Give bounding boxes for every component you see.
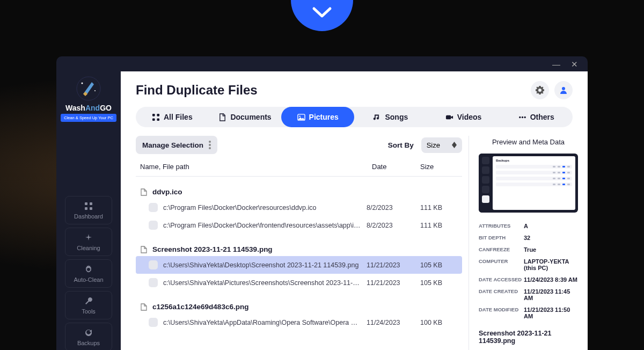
picture-icon <box>297 113 305 121</box>
group-header[interactable]: c1256a1c124e69d483c6.png <box>136 300 462 313</box>
meta-panel: Preview and Meta Data Backups ATTRIBUTES… <box>469 136 588 350</box>
svg-rect-9 <box>157 113 159 116</box>
document-icon <box>218 113 226 121</box>
logo-icon <box>76 76 101 101</box>
titlebar: — ✕ <box>56 56 588 71</box>
preview-thumbnail: Backups <box>479 154 578 213</box>
sparkle-icon <box>84 234 93 242</box>
sidebar: WashAndGO Clean & Speed Up Your PC Dashb… <box>56 71 121 350</box>
gear-icon <box>84 265 93 274</box>
tab-documents[interactable]: Documents <box>209 107 282 127</box>
meta-row: BIT DEPTH32 <box>479 232 578 244</box>
dots-icon <box>518 113 526 121</box>
nav-auto-clean[interactable]: Auto-Clean <box>65 259 112 288</box>
row-checkbox[interactable] <box>149 260 158 269</box>
tab-others[interactable]: Others <box>500 107 573 127</box>
meta-row: DATE CREATED11/21/2023 11:45 AM <box>479 286 578 304</box>
list-header: Name, File path Date Size <box>136 159 462 177</box>
svg-point-15 <box>519 116 521 118</box>
row-size: 111 KB <box>420 204 458 212</box>
row-checkbox[interactable] <box>149 221 158 230</box>
nav-dashboard[interactable]: Dashboard <box>65 196 112 224</box>
svg-point-13 <box>299 115 300 116</box>
minimize-button[interactable]: — <box>552 60 560 68</box>
meta-filename: Screenshot 2023-11-21 114539.png <box>479 330 578 345</box>
sort-arrows-icon <box>452 142 457 148</box>
svg-rect-5 <box>85 207 87 210</box>
row-date: 11/21/2023 <box>367 279 415 287</box>
tab-pictures[interactable]: Pictures <box>281 107 354 127</box>
page-title: Find Duplicate Files <box>136 83 258 98</box>
app-window: — ✕ WashAndGO Clean & Speed Up Your PC D… <box>56 56 588 350</box>
content: Find Duplicate Files All Files Documents… <box>121 71 588 350</box>
row-size: 111 KB <box>420 222 458 229</box>
group-header[interactable]: Screenshot 2023-11-21 114539.png <box>136 243 462 256</box>
group-header[interactable]: ddvp.ico <box>136 185 462 199</box>
meta-row: COMPUTERLAPTOP-YEKTA (this PC) <box>479 256 578 274</box>
meta-row: CANFREEZETrue <box>479 244 578 256</box>
music-icon <box>373 113 381 121</box>
svg-rect-14 <box>446 115 451 119</box>
file-icon <box>140 188 148 196</box>
row-date: 8/2/2023 <box>367 222 415 229</box>
manage-selection-button[interactable]: Manage Selection <box>136 136 217 154</box>
row-checkbox[interactable] <box>149 278 158 287</box>
svg-point-17 <box>524 116 525 118</box>
app-logo: WashAndGO Clean & Speed Up Your PC <box>61 76 116 122</box>
tab-songs[interactable]: Songs <box>354 107 427 127</box>
svg-rect-11 <box>157 118 159 121</box>
user-icon <box>559 86 568 94</box>
tab-all-files[interactable]: All Files <box>136 107 209 127</box>
row-path: c:\Program Files\Docker\Docker\resources… <box>163 204 361 212</box>
settings-button[interactable] <box>531 81 549 99</box>
filter-tabs: All Files Documents Pictures Songs Video… <box>136 107 573 127</box>
row-date: 11/24/2023 <box>367 319 415 326</box>
row-path: c:\Program Files\Docker\Docker\frontend\… <box>163 222 361 229</box>
nav-tools[interactable]: Tools <box>65 291 112 319</box>
svg-rect-3 <box>85 202 87 205</box>
tab-videos[interactable]: Videos <box>427 107 500 127</box>
meta-row: ATTRIBUTESA <box>479 220 578 232</box>
svg-rect-8 <box>152 113 155 116</box>
row-path: c:\Users\ShivaYekta\Pictures\Screenshots… <box>163 279 361 287</box>
file-icon <box>140 303 148 311</box>
row-size: 105 KB <box>420 279 458 287</box>
row-size: 105 KB <box>420 261 458 269</box>
nav: Dashboard Cleaning Auto-Clean Tools Back… <box>65 196 112 350</box>
dashboard-icon <box>84 202 93 210</box>
file-row[interactable]: c:\Program Files\Docker\Docker\frontend\… <box>136 216 462 234</box>
refresh-icon <box>84 329 93 337</box>
more-icon <box>209 141 211 149</box>
svg-point-2 <box>94 90 96 91</box>
close-button[interactable]: ✕ <box>571 60 578 68</box>
row-path: c:\Users\ShivaYekta\AppData\Roaming\Oper… <box>163 319 361 326</box>
brand-wash: Wash <box>65 104 85 112</box>
file-row[interactable]: c:\Program Files\Docker\Docker\resources… <box>136 199 462 216</box>
file-list: Manage Selection Sort By Size Name, File… <box>136 136 469 350</box>
row-size: 100 KB <box>420 319 458 326</box>
brand-and: And <box>85 104 100 112</box>
svg-rect-10 <box>152 118 155 121</box>
list-body[interactable]: ddvp.icoc:\Program Files\Docker\Docker\r… <box>136 177 462 350</box>
sort-select[interactable]: Size <box>421 137 462 153</box>
row-checkbox[interactable] <box>149 203 158 212</box>
gear-icon <box>536 86 544 94</box>
file-row[interactable]: c:\Users\ShivaYekta\AppData\Roaming\Oper… <box>136 313 462 331</box>
row-path: c:\Users\ShivaYekta\Desktop\Screenshot 2… <box>163 261 361 269</box>
brand-go: GO <box>100 104 112 112</box>
row-checkbox[interactable] <box>149 318 158 327</box>
meta-title: Preview and Meta Data <box>479 136 578 154</box>
file-icon <box>140 246 148 253</box>
user-button[interactable] <box>554 81 573 99</box>
brand-tagline: Clean & Speed Up Your PC <box>61 114 116 122</box>
svg-point-16 <box>521 116 523 118</box>
grid-icon <box>152 113 160 121</box>
file-row[interactable]: c:\Users\ShivaYekta\Pictures\Screenshots… <box>136 274 462 291</box>
nav-cleaning[interactable]: Cleaning <box>65 228 112 256</box>
nav-backups[interactable]: Backups <box>65 323 112 350</box>
file-row[interactable]: c:\Users\ShivaYekta\Desktop\Screenshot 2… <box>136 256 462 274</box>
video-icon <box>445 113 453 121</box>
row-date: 8/2/2023 <box>367 204 415 212</box>
row-date: 11/21/2023 <box>367 261 415 269</box>
sort-label: Sort By <box>388 141 414 149</box>
